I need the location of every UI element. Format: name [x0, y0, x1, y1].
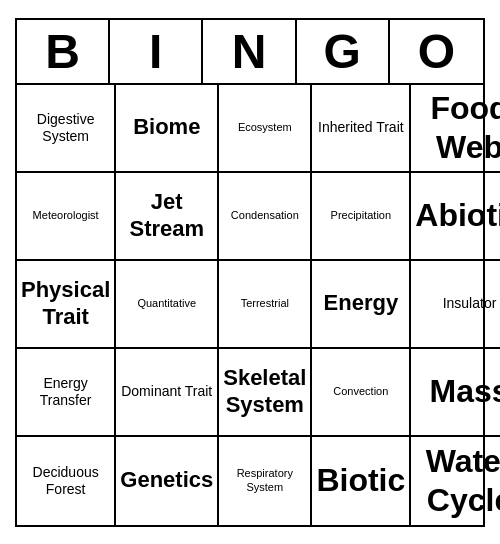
- bingo-cell-12: Terrestrial: [219, 261, 312, 349]
- bingo-cell-20: Deciduous Forest: [17, 437, 116, 525]
- bingo-cell-9: Abiotic: [411, 173, 500, 261]
- bingo-cell-13: Energy: [312, 261, 411, 349]
- cell-text-22: Respiratory System: [223, 467, 306, 493]
- bingo-header: BINGO: [17, 20, 483, 85]
- header-letter-o: O: [390, 20, 483, 83]
- bingo-cell-0: Digestive System: [17, 85, 116, 173]
- bingo-cell-11: Quantitative: [116, 261, 219, 349]
- cell-text-11: Quantitative: [137, 297, 196, 310]
- cell-text-23: Biotic: [316, 461, 405, 499]
- cell-text-2: Ecosystem: [238, 121, 292, 134]
- cell-text-20: Deciduous Forest: [21, 464, 110, 498]
- cell-text-0: Digestive System: [21, 111, 110, 145]
- cell-text-1: Biome: [133, 114, 200, 140]
- bingo-cell-14: Insulator: [411, 261, 500, 349]
- bingo-cell-1: Biome: [116, 85, 219, 173]
- cell-text-24: Water Cycle: [415, 442, 500, 519]
- bingo-cell-22: Respiratory System: [219, 437, 312, 525]
- cell-text-4: Food Web: [415, 89, 500, 166]
- header-letter-i: I: [110, 20, 203, 83]
- cell-text-16: Dominant Trait: [121, 383, 212, 400]
- bingo-card: BINGO Digestive SystemBiomeEcosystemInhe…: [15, 18, 485, 527]
- cell-text-12: Terrestrial: [241, 297, 289, 310]
- bingo-cell-21: Genetics: [116, 437, 219, 525]
- cell-text-3: Inherited Trait: [318, 119, 404, 136]
- bingo-cell-8: Precipitation: [312, 173, 411, 261]
- cell-text-17: Skeletal System: [223, 365, 306, 418]
- bingo-cell-19: Mass: [411, 349, 500, 437]
- bingo-cell-18: Convection: [312, 349, 411, 437]
- bingo-cell-24: Water Cycle: [411, 437, 500, 525]
- cell-text-13: Energy: [324, 290, 399, 316]
- cell-text-5: Meteorologist: [33, 209, 99, 222]
- cell-text-9: Abiotic: [415, 196, 500, 234]
- cell-text-18: Convection: [333, 385, 388, 398]
- cell-text-8: Precipitation: [331, 209, 392, 222]
- bingo-cell-5: Meteorologist: [17, 173, 116, 261]
- cell-text-7: Condensation: [231, 209, 299, 222]
- bingo-cell-7: Condensation: [219, 173, 312, 261]
- bingo-cell-17: Skeletal System: [219, 349, 312, 437]
- bingo-cell-3: Inherited Trait: [312, 85, 411, 173]
- header-letter-n: N: [203, 20, 296, 83]
- cell-text-6: Jet Stream: [120, 189, 213, 242]
- cell-text-15: Energy Transfer: [21, 375, 110, 409]
- bingo-cell-4: Food Web: [411, 85, 500, 173]
- cell-text-21: Genetics: [120, 467, 213, 493]
- bingo-cell-10: Physical Trait: [17, 261, 116, 349]
- header-letter-g: G: [297, 20, 390, 83]
- cell-text-19: Mass: [429, 372, 500, 410]
- bingo-cell-16: Dominant Trait: [116, 349, 219, 437]
- cell-text-14: Insulator: [443, 295, 497, 312]
- bingo-grid: Digestive SystemBiomeEcosystemInherited …: [17, 85, 483, 525]
- cell-text-10: Physical Trait: [21, 277, 110, 330]
- bingo-cell-2: Ecosystem: [219, 85, 312, 173]
- header-letter-b: B: [17, 20, 110, 83]
- bingo-cell-6: Jet Stream: [116, 173, 219, 261]
- bingo-cell-23: Biotic: [312, 437, 411, 525]
- bingo-cell-15: Energy Transfer: [17, 349, 116, 437]
